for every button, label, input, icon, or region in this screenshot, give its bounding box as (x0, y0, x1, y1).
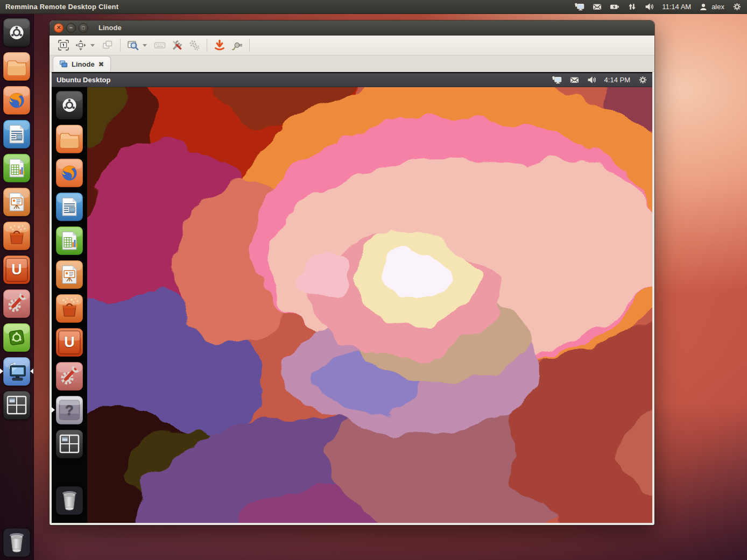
launcher-item-settings[interactable] (3, 289, 31, 318)
remote-launcher-item-firefox[interactable] (55, 158, 83, 188)
username-label[interactable]: alex (711, 3, 724, 11)
libreoffice-calc-icon (3, 153, 31, 183)
remmina-icon (3, 357, 31, 386)
software-updater-icon (3, 323, 31, 352)
mail-envelope-icon[interactable] (593, 2, 602, 11)
toolbar-separator (207, 39, 207, 52)
remote-launcher-item-calc[interactable] (55, 226, 83, 256)
launcher-item-calc[interactable] (3, 153, 31, 183)
desktop-screen: Remmina Remote Desktop Client 11:14 AM a… (0, 0, 747, 560)
host-clock[interactable]: 11:14 AM (662, 3, 691, 11)
scaled-mode-button[interactable] (124, 37, 142, 53)
window-maximize-button[interactable]: □ (79, 23, 88, 33)
launcher-item-ubuntu-one[interactable]: U (3, 255, 31, 285)
unity-launcher: U (0, 14, 34, 560)
remote-launcher-item-software-center[interactable] (55, 294, 83, 323)
grab-keyboard-icon (153, 39, 166, 52)
network-sync-arrows-icon[interactable] (628, 2, 637, 11)
minimize-window-button[interactable] (211, 37, 228, 53)
window-close-button[interactable]: ✕ (54, 23, 64, 33)
launcher-item-firefox[interactable] (3, 86, 31, 115)
connection-toolbar (50, 36, 654, 55)
remote-monitor-icon[interactable] (574, 2, 584, 11)
scaled-mode-icon (126, 39, 139, 52)
remote-clock[interactable]: 4:14 PM (604, 76, 630, 84)
remote-launcher-item-trash[interactable] (55, 486, 83, 515)
mail-envelope-icon[interactable] (570, 75, 579, 84)
launcher-item-trash[interactable] (3, 528, 31, 557)
remote-launcher-item-settings[interactable] (55, 361, 83, 391)
trash-icon (55, 486, 83, 515)
remote-panel-title: Ubuntu Desktop (57, 76, 110, 84)
connection-tabbar: Linode ✖ (50, 55, 654, 72)
remote-launcher-item-files[interactable] (55, 124, 83, 154)
duplicate-connection-button[interactable] (99, 37, 116, 53)
remote-desktop-area[interactable] (87, 87, 652, 523)
preferences-button[interactable] (168, 37, 186, 53)
launcher-item-remmina[interactable] (3, 357, 31, 386)
minimize-window-icon (213, 39, 226, 52)
remote-tray: 4:14 PM (552, 75, 647, 84)
remmina-window: ✕ – □ Linode Linode ✖ (50, 20, 654, 525)
session-gear-icon[interactable] (638, 75, 647, 84)
remote-session-view: Ubuntu Desktop 4:14 PM (52, 72, 652, 523)
trash-icon (3, 528, 31, 557)
remote-unity-launcher: U ? (52, 87, 87, 523)
remote-launcher-item-unknown-app[interactable]: ? (55, 395, 83, 425)
launcher-item-updater[interactable] (3, 323, 31, 352)
tab-linode[interactable]: Linode ✖ (53, 56, 111, 72)
tools-button[interactable] (186, 37, 203, 53)
fullscreen-icon (74, 39, 87, 52)
fit-window-button[interactable] (55, 37, 72, 53)
launcher-item-writer[interactable] (3, 119, 31, 149)
firefox-icon (3, 86, 31, 115)
remote-launcher-item-workspaces[interactable] (55, 429, 83, 459)
running-pip-icon (52, 407, 55, 413)
user-icon[interactable] (699, 3, 708, 11)
fit-window-icon (57, 39, 70, 52)
volume-icon[interactable] (645, 2, 654, 11)
host-tray: 11:14 AM alex (574, 2, 742, 11)
disconnect-button[interactable] (228, 37, 245, 53)
libreoffice-writer-icon (3, 119, 31, 149)
firefox-icon (55, 158, 83, 188)
remote-monitor-icon[interactable] (552, 75, 562, 84)
workspace-switcher-icon (55, 429, 83, 459)
tab-close-icon[interactable]: ✖ (98, 61, 104, 68)
remote-launcher-item-writer[interactable] (55, 192, 83, 222)
libreoffice-writer-icon (55, 192, 83, 222)
ubuntu-one-icon (3, 255, 31, 285)
remote-windows-icon (59, 60, 68, 68)
running-pip-icon (0, 368, 3, 374)
host-top-panel: Remmina Remote Desktop Client 11:14 AM a… (0, 0, 747, 14)
software-center-icon (3, 221, 31, 251)
remote-launcher-item-ubuntu-one[interactable]: U (55, 328, 83, 357)
launcher-item-software-center[interactable] (3, 221, 31, 251)
disconnect-plug-icon (230, 39, 243, 52)
window-minimize-button[interactable]: – (66, 23, 76, 33)
fullscreen-button[interactable] (72, 37, 89, 53)
software-center-icon (55, 294, 83, 323)
battery-icon[interactable] (610, 2, 619, 11)
grab-keyboard-button[interactable] (151, 37, 168, 53)
launcher-item-dash[interactable] (3, 18, 31, 47)
libreoffice-impress-icon (3, 187, 31, 217)
remote-top-panel: Ubuntu Desktop 4:14 PM (52, 73, 652, 87)
launcher-item-impress[interactable] (3, 187, 31, 217)
scale-options-caret-icon[interactable] (143, 44, 147, 47)
volume-icon[interactable] (587, 75, 596, 84)
system-settings-icon (3, 289, 31, 318)
launcher-item-files[interactable] (3, 52, 31, 81)
unknown-app-icon (55, 395, 83, 425)
remote-launcher-item-impress[interactable] (55, 260, 83, 289)
launcher-item-workspaces[interactable] (3, 391, 31, 420)
duplicate-connection-icon (101, 39, 114, 52)
libreoffice-impress-icon (55, 260, 83, 289)
window-titlebar[interactable]: ✕ – □ Linode (50, 20, 654, 36)
session-gear-icon[interactable] (732, 2, 742, 11)
active-app-title: Remmina Remote Desktop Client (5, 3, 118, 11)
remote-desktop-wallpaper[interactable] (87, 87, 652, 523)
remote-launcher-item-dash[interactable] (55, 90, 83, 120)
window-title: Linode (98, 24, 122, 32)
fullscreen-options-caret-icon[interactable] (90, 44, 95, 47)
